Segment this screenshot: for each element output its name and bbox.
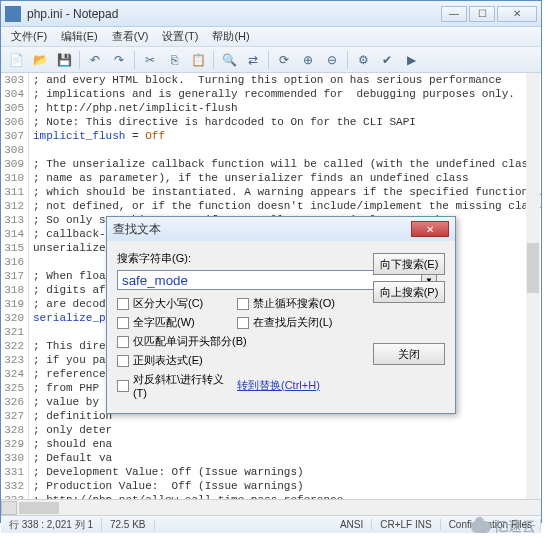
toolbar: 📄 📂 💾 ↶ ↷ ✂ ⎘ 📋 🔍 ⇄ ⟳ ⊕ ⊖ ⚙ ✔ ▶ bbox=[1, 47, 541, 73]
menu-settings[interactable]: 设置(T) bbox=[156, 27, 204, 46]
close-button[interactable]: ✕ bbox=[497, 6, 537, 22]
menubar: 文件(F) 编辑(E) 查看(V) 设置(T) 帮助(H) bbox=[1, 27, 541, 47]
status-size: 72.5 KB bbox=[102, 519, 155, 530]
dialog-close-text-button[interactable]: 关闭 bbox=[373, 343, 445, 365]
find-icon[interactable]: 🔍 bbox=[218, 50, 240, 70]
status-position: 行 338 : 2,021 列 1 bbox=[1, 518, 102, 532]
check-whole[interactable]: 全字匹配(W) bbox=[117, 315, 237, 330]
scroll-thumb[interactable] bbox=[19, 502, 59, 514]
open-icon[interactable]: 📂 bbox=[29, 50, 51, 70]
statusbar: 行 338 : 2,021 列 1 72.5 KB ANSI CR+LF INS… bbox=[1, 515, 541, 533]
horizontal-scrollbar[interactable] bbox=[1, 499, 541, 515]
find-prev-button[interactable]: 向上搜索(P) bbox=[373, 281, 445, 303]
check-case[interactable]: 区分大小写(C) bbox=[117, 296, 237, 311]
tool-icon[interactable]: ▶ bbox=[400, 50, 422, 70]
scroll-thumb[interactable] bbox=[527, 243, 539, 293]
dialog-titlebar[interactable]: 查找文本 ✕ bbox=[107, 217, 455, 241]
cut-icon[interactable]: ✂ bbox=[139, 50, 161, 70]
menu-view[interactable]: 查看(V) bbox=[106, 27, 155, 46]
menu-file[interactable]: 文件(F) bbox=[5, 27, 53, 46]
undo-icon[interactable]: ↶ bbox=[84, 50, 106, 70]
line-gutter: 3033043053063073083093103113123133143153… bbox=[1, 73, 29, 499]
status-filetype: Configuration Files bbox=[441, 519, 541, 530]
refresh-icon[interactable]: ⟳ bbox=[273, 50, 295, 70]
redo-icon[interactable]: ↷ bbox=[108, 50, 130, 70]
window-title: php.ini - Notepad bbox=[27, 7, 441, 21]
zoom-out-icon[interactable]: ⊖ bbox=[321, 50, 343, 70]
dialog-title: 查找文本 bbox=[113, 221, 411, 238]
status-eol: CR+LF INS bbox=[372, 519, 440, 530]
paste-icon[interactable]: 📋 bbox=[187, 50, 209, 70]
check-nowrap[interactable]: 禁止循环搜索(O) bbox=[237, 296, 357, 311]
goto-replace-link[interactable]: 转到替换(Ctrl+H) bbox=[237, 378, 320, 393]
tool-icon[interactable]: ✔ bbox=[376, 50, 398, 70]
save-icon[interactable]: 💾 bbox=[53, 50, 75, 70]
vertical-scrollbar[interactable] bbox=[526, 73, 540, 499]
new-icon[interactable]: 📄 bbox=[5, 50, 27, 70]
dialog-close-button[interactable]: ✕ bbox=[411, 221, 449, 237]
zoom-in-icon[interactable]: ⊕ bbox=[297, 50, 319, 70]
status-encoding: ANSI bbox=[332, 519, 372, 530]
check-close-after[interactable]: 在查找后关闭(L) bbox=[237, 315, 357, 330]
menu-help[interactable]: 帮助(H) bbox=[206, 27, 255, 46]
replace-icon[interactable]: ⇄ bbox=[242, 50, 264, 70]
menu-edit[interactable]: 编辑(E) bbox=[55, 27, 104, 46]
titlebar[interactable]: php.ini - Notepad — ☐ ✕ bbox=[1, 1, 541, 27]
find-next-button[interactable]: 向下搜索(E) bbox=[373, 253, 445, 275]
check-escape[interactable]: 对反斜杠\进行转义(T) bbox=[117, 372, 237, 399]
check-regex[interactable]: 正则表达式(E) bbox=[117, 353, 357, 368]
app-icon bbox=[5, 6, 21, 22]
copy-icon[interactable]: ⎘ bbox=[163, 50, 185, 70]
check-word-start[interactable]: 仅匹配单词开头部分(B) bbox=[117, 334, 357, 349]
maximize-button[interactable]: ☐ bbox=[469, 6, 495, 22]
minimize-button[interactable]: — bbox=[441, 6, 467, 22]
scroll-left-icon[interactable] bbox=[1, 501, 17, 515]
tool-icon[interactable]: ⚙ bbox=[352, 50, 374, 70]
find-dialog: 查找文本 ✕ 搜索字符串(G): ▼ 向下搜索(E) 向上搜索(P) 关闭 区分… bbox=[106, 216, 456, 414]
